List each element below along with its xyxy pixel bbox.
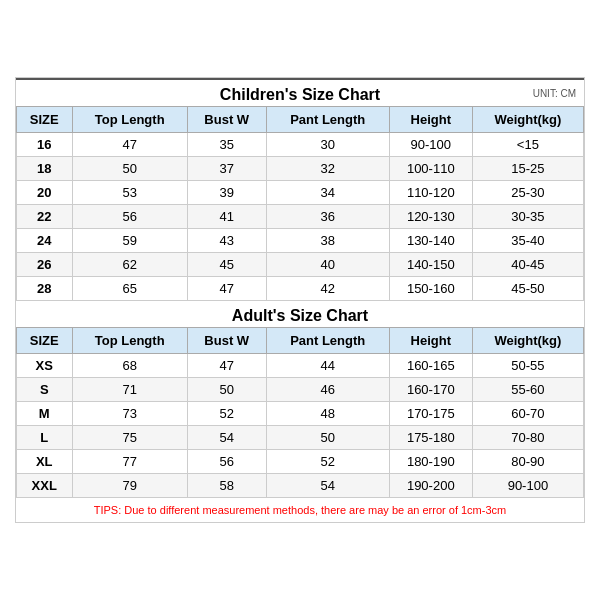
adult-cell: XXL	[17, 474, 73, 498]
adult-cell: XL	[17, 450, 73, 474]
children-cell: 35	[187, 133, 266, 157]
adult-cell: 70-80	[472, 426, 583, 450]
adult-cell: 54	[266, 474, 389, 498]
adult-cell: 52	[187, 402, 266, 426]
adult-cell: 44	[266, 354, 389, 378]
adult-table: SIZE Top Length Bust W Pant Length Heigh…	[16, 327, 584, 498]
children-cell: 45	[187, 253, 266, 277]
children-cell: 24	[17, 229, 73, 253]
adult-cell: 56	[187, 450, 266, 474]
adult-cell: 47	[187, 354, 266, 378]
children-tbody: 1647353090-100<1518503732100-11015-25205…	[17, 133, 584, 301]
adult-cell: 160-170	[389, 378, 472, 402]
adult-cell: 46	[266, 378, 389, 402]
col-weight: Weight(kg)	[472, 107, 583, 133]
children-cell: 15-25	[472, 157, 583, 181]
children-table: SIZE Top Length Bust W Pant Length Heigh…	[16, 106, 584, 301]
adult-cell: M	[17, 402, 73, 426]
adult-title-row: Adult's Size Chart	[16, 301, 584, 327]
adult-cell: 55-60	[472, 378, 583, 402]
col-bust-w: Bust W	[187, 107, 266, 133]
children-cell: 56	[72, 205, 187, 229]
children-cell: 110-120	[389, 181, 472, 205]
col-height: Height	[389, 107, 472, 133]
children-cell: 150-160	[389, 277, 472, 301]
children-cell: 30-35	[472, 205, 583, 229]
children-cell: 100-110	[389, 157, 472, 181]
adult-cell: 68	[72, 354, 187, 378]
children-cell: 53	[72, 181, 187, 205]
adult-cell: 77	[72, 450, 187, 474]
children-cell: 41	[187, 205, 266, 229]
adult-cell: 75	[72, 426, 187, 450]
children-row: 22564136120-13030-35	[17, 205, 584, 229]
adult-cell: S	[17, 378, 73, 402]
children-cell: 42	[266, 277, 389, 301]
adult-col-height: Height	[389, 328, 472, 354]
adult-cell: 48	[266, 402, 389, 426]
adult-col-weight: Weight(kg)	[472, 328, 583, 354]
children-cell: 34	[266, 181, 389, 205]
col-pant-length: Pant Length	[266, 107, 389, 133]
children-cell: 40	[266, 253, 389, 277]
children-cell: 47	[72, 133, 187, 157]
children-cell: <15	[472, 133, 583, 157]
children-cell: 65	[72, 277, 187, 301]
children-cell: 130-140	[389, 229, 472, 253]
adult-row: S715046160-17055-60	[17, 378, 584, 402]
children-title-row: Children's Size Chart UNIT: CM	[16, 78, 584, 106]
children-cell: 30	[266, 133, 389, 157]
children-cell: 43	[187, 229, 266, 253]
adult-col-size: SIZE	[17, 328, 73, 354]
adult-row: XL775652180-19080-90	[17, 450, 584, 474]
adult-cell: 71	[72, 378, 187, 402]
adult-header-row: SIZE Top Length Bust W Pant Length Heigh…	[17, 328, 584, 354]
adult-cell: 73	[72, 402, 187, 426]
adult-cell: 175-180	[389, 426, 472, 450]
children-cell: 18	[17, 157, 73, 181]
adult-row: M735248170-17560-70	[17, 402, 584, 426]
tips-text: TIPS: Due to different measurement metho…	[94, 504, 506, 516]
adult-cell: XS	[17, 354, 73, 378]
children-cell: 62	[72, 253, 187, 277]
children-cell: 90-100	[389, 133, 472, 157]
adult-tbody: XS684744160-16550-55S715046160-17055-60M…	[17, 354, 584, 498]
children-cell: 47	[187, 277, 266, 301]
adult-cell: 52	[266, 450, 389, 474]
adult-cell: 90-100	[472, 474, 583, 498]
children-cell: 59	[72, 229, 187, 253]
adult-cell: 79	[72, 474, 187, 498]
adult-col-pant-length: Pant Length	[266, 328, 389, 354]
adult-cell: 54	[187, 426, 266, 450]
children-cell: 45-50	[472, 277, 583, 301]
children-row: 1647353090-100<15	[17, 133, 584, 157]
adult-cell: 50	[266, 426, 389, 450]
adult-cell: 190-200	[389, 474, 472, 498]
children-cell: 38	[266, 229, 389, 253]
adult-title: Adult's Size Chart	[16, 307, 584, 325]
col-size: SIZE	[17, 107, 73, 133]
children-cell: 28	[17, 277, 73, 301]
adult-cell: 50-55	[472, 354, 583, 378]
adult-cell: 160-165	[389, 354, 472, 378]
adult-col-top-length: Top Length	[72, 328, 187, 354]
children-cell: 35-40	[472, 229, 583, 253]
children-row: 24594338130-14035-40	[17, 229, 584, 253]
children-cell: 37	[187, 157, 266, 181]
children-row: 20533934110-12025-30	[17, 181, 584, 205]
adult-cell: 58	[187, 474, 266, 498]
unit-label: UNIT: CM	[533, 88, 576, 99]
size-chart-container: Children's Size Chart UNIT: CM SIZE Top …	[15, 77, 585, 523]
adult-row: XXL795854190-20090-100	[17, 474, 584, 498]
adult-row: XS684744160-16550-55	[17, 354, 584, 378]
adult-cell: L	[17, 426, 73, 450]
children-header-row: SIZE Top Length Bust W Pant Length Heigh…	[17, 107, 584, 133]
tips-row: TIPS: Due to different measurement metho…	[16, 498, 584, 522]
adult-col-bust-w: Bust W	[187, 328, 266, 354]
children-row: 18503732100-11015-25	[17, 157, 584, 181]
children-cell: 50	[72, 157, 187, 181]
children-cell: 39	[187, 181, 266, 205]
adult-cell: 80-90	[472, 450, 583, 474]
adult-cell: 60-70	[472, 402, 583, 426]
children-row: 28654742150-16045-50	[17, 277, 584, 301]
